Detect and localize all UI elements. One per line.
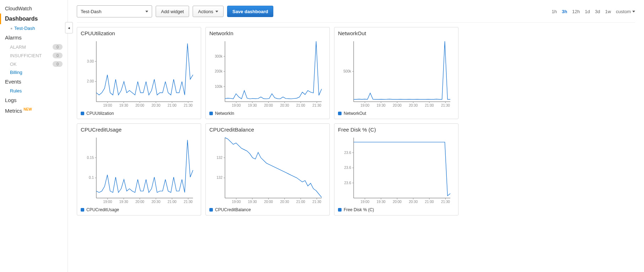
svg-text:19:30: 19:30 [377, 103, 386, 107]
alarm-count-badge: 0 [53, 53, 63, 58]
svg-text:19:00: 19:00 [360, 200, 369, 204]
chart-legend: Free Disk % (C) [338, 207, 455, 212]
svg-text:23.6: 23.6 [344, 166, 351, 170]
nav-logs[interactable]: Logs [0, 95, 68, 105]
chart-legend: NetworkOut [338, 111, 455, 116]
alarm-state-ok[interactable]: OK0 [0, 60, 68, 68]
time-range-3d[interactable]: 3d [595, 9, 600, 14]
svg-text:20:00: 20:00 [393, 103, 402, 107]
svg-text:19:00: 19:00 [360, 103, 369, 107]
widget-cpucreditbalance[interactable]: CPUCreditBalance13213219:0019:3020:0020:… [205, 123, 330, 215]
nav-metrics[interactable]: MetricsNEW [0, 105, 68, 116]
save-dashboard-button[interactable]: Save dashboard [227, 6, 273, 17]
svg-text:19:30: 19:30 [248, 200, 257, 204]
svg-text:20:30: 20:30 [151, 103, 160, 107]
widget-networkin[interactable]: NetworkIn100k200k300k19:0019:3020:0020:3… [205, 27, 330, 119]
nav-alarms[interactable]: Alarms [0, 32, 68, 43]
nav-dashboards[interactable]: Dashboards [0, 14, 68, 24]
legend-swatch [81, 208, 84, 212]
chevron-down-icon [632, 11, 635, 12]
widget-title: CPUCreditBalance [209, 127, 326, 133]
time-range-12h[interactable]: 12h [572, 9, 580, 14]
svg-text:2.00: 2.00 [87, 79, 94, 83]
sidebar-dash-item[interactable]: ✶Test-Dash [0, 24, 68, 32]
svg-text:19:00: 19:00 [103, 103, 112, 107]
widget-title: CPUUtilization [81, 30, 197, 36]
svg-text:300k: 300k [215, 54, 223, 58]
svg-text:23.6: 23.6 [344, 181, 351, 185]
widget-free-disk-c-[interactable]: Free Disk % (C)23.623.623.619:0019:3020:… [334, 123, 458, 215]
nav-billing[interactable]: Billing [0, 68, 68, 76]
sidebar: ◂ CloudWatch Dashboards ✶Test-Dash Alarm… [0, 0, 68, 272]
chart-area: 2.003.0019:0019:3020:0020:3021:0021:30 [81, 38, 197, 110]
time-range-picker: 1h3h12h1d3d1wcustom [552, 9, 635, 14]
widget-title: NetworkIn [209, 30, 326, 36]
nav-rules[interactable]: Rules [0, 87, 68, 95]
chart-area: 23.623.623.619:0019:3020:0020:3021:0021:… [338, 135, 455, 206]
svg-text:21:30: 21:30 [312, 103, 321, 107]
time-range-custom[interactable]: custom [616, 9, 631, 14]
actions-button[interactable]: Actions [193, 6, 224, 17]
legend-swatch [81, 112, 84, 115]
svg-text:20:30: 20:30 [409, 200, 418, 204]
time-range-1w[interactable]: 1w [605, 9, 611, 14]
collapse-sidebar-button[interactable]: ◂ [65, 22, 73, 33]
svg-text:19:30: 19:30 [377, 200, 386, 204]
svg-text:20:00: 20:00 [264, 200, 273, 204]
svg-text:132: 132 [216, 176, 222, 180]
widget-cpucreditusage[interactable]: CPUCreditUsage0.10.1519:0019:3020:0020:3… [77, 123, 201, 215]
svg-text:20:30: 20:30 [151, 200, 160, 204]
svg-text:200k: 200k [215, 69, 223, 73]
svg-text:19:00: 19:00 [232, 103, 241, 107]
chart-legend: CPUCreditBalance [209, 207, 326, 212]
chevron-left-icon: ◂ [68, 26, 70, 30]
widget-title: CPUCreditUsage [81, 127, 197, 133]
time-range-1h[interactable]: 1h [552, 9, 557, 14]
svg-text:21:00: 21:00 [168, 103, 177, 107]
svg-text:20:00: 20:00 [135, 103, 144, 107]
dashboard-select[interactable]: Test-Dash [77, 5, 152, 17]
chart-area: 13213219:0019:3020:0020:3021:0021:30 [209, 135, 326, 206]
alarm-count-badge: 0 [53, 61, 63, 67]
legend-swatch [338, 112, 342, 115]
main-content: Test-Dash Add widget Actions Save dashbo… [68, 0, 644, 272]
new-badge: NEW [23, 107, 32, 111]
chevron-down-icon [145, 11, 148, 12]
widget-cpuutilization[interactable]: CPUUtilization2.003.0019:0019:3020:0020:… [77, 27, 201, 119]
chart-legend: NetworkIn [209, 111, 326, 116]
legend-swatch [209, 208, 213, 212]
svg-text:20:30: 20:30 [280, 103, 289, 107]
widget-grid: CPUUtilization2.003.0019:0019:3020:0020:… [77, 27, 635, 215]
svg-text:21:30: 21:30 [441, 200, 450, 204]
svg-text:19:30: 19:30 [119, 103, 128, 107]
svg-text:20:30: 20:30 [409, 103, 418, 107]
widget-title: Free Disk % (C) [338, 127, 455, 133]
svg-text:20:00: 20:00 [135, 200, 144, 204]
svg-text:132: 132 [216, 156, 222, 160]
nav-cloudwatch[interactable]: CloudWatch [0, 4, 68, 14]
alarm-state-insufficient[interactable]: INSUFFICIENT0 [0, 51, 68, 60]
svg-text:23.6: 23.6 [344, 151, 351, 155]
svg-text:21:30: 21:30 [312, 200, 321, 204]
svg-text:0.15: 0.15 [87, 156, 94, 160]
legend-label: NetworkIn [215, 111, 234, 116]
legend-swatch [338, 208, 342, 212]
svg-text:19:00: 19:00 [232, 200, 241, 204]
time-range-1d[interactable]: 1d [585, 9, 590, 14]
add-widget-button[interactable]: Add widget [156, 6, 189, 17]
svg-text:21:00: 21:00 [296, 103, 305, 107]
legend-label: CPUCreditUsage [86, 207, 119, 212]
svg-text:3.00: 3.00 [87, 59, 94, 63]
alarm-state-alarm[interactable]: ALARM0 [0, 43, 68, 51]
svg-text:21:30: 21:30 [184, 200, 193, 204]
svg-text:19:00: 19:00 [103, 200, 112, 204]
widget-networkout[interactable]: NetworkOut500k19:0019:3020:0020:3021:002… [334, 27, 458, 119]
nav-events[interactable]: Events [0, 76, 68, 87]
chevron-down-icon [215, 11, 218, 12]
chart-area: 100k200k300k19:0019:3020:0020:3021:0021:… [209, 38, 326, 110]
chart-area: 500k19:0019:3020:0020:3021:0021:30 [338, 38, 455, 110]
toolbar: Test-Dash Add widget Actions Save dashbo… [77, 5, 635, 23]
star-icon: ✶ [10, 27, 13, 31]
time-range-3h[interactable]: 3h [562, 9, 567, 14]
legend-swatch [209, 112, 213, 115]
